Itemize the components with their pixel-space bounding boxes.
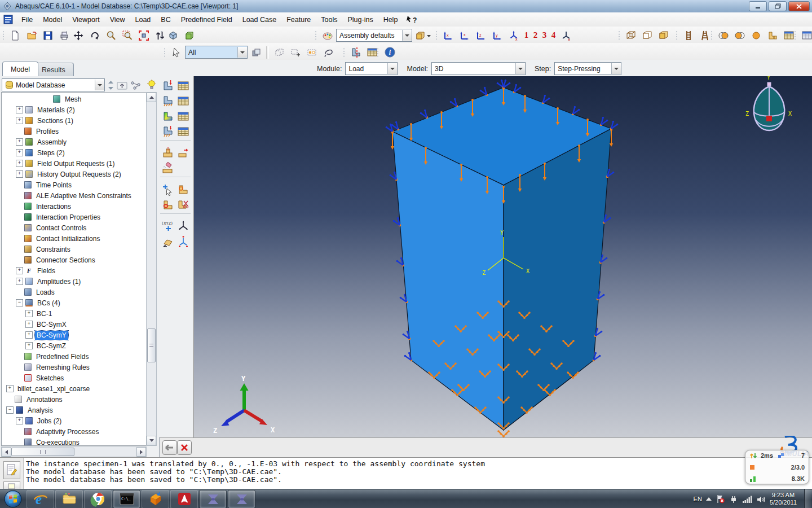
tree-item-bc-symy[interactable]: +BC-SymY (2, 330, 146, 340)
tree-item-adaptivity-processes[interactable]: Adaptivity Processes (2, 426, 146, 437)
visible-objects-button[interactable] (182, 28, 197, 43)
taskbar-ie-button[interactable]: e (27, 490, 54, 508)
view-3-button[interactable]: 3 (540, 30, 549, 40)
expand-toggle[interactable]: + (25, 321, 33, 328)
create-load-button[interactable] (160, 78, 175, 93)
volume-icon[interactable] (756, 495, 766, 503)
taskbar-explorer-button[interactable] (55, 490, 83, 508)
toolbar-grip[interactable] (676, 30, 678, 41)
spinner-icon[interactable] (107, 80, 114, 90)
collapse-toggle[interactable]: − (6, 406, 14, 414)
create-csys-axes-button[interactable] (175, 218, 191, 234)
tree-item-label[interactable]: billet_case1_xpl_coarse (16, 384, 91, 393)
rectangle-select-button[interactable] (288, 45, 303, 60)
menu-feature[interactable]: Feature (281, 14, 316, 25)
tree-item-label[interactable]: Amplitudes (1) (36, 277, 82, 286)
combo-caret[interactable] (611, 63, 621, 74)
tree-item-label[interactable]: Connector Sections (34, 256, 97, 265)
tree-item-fields[interactable]: +FFields (2, 265, 146, 276)
menu-viewport[interactable]: Viewport (67, 14, 104, 25)
taskbar-chrome-button[interactable] (84, 490, 112, 508)
tree-item-contact-initializations[interactable]: Contact Initializations (2, 233, 146, 244)
minimize-button[interactable] (749, 1, 767, 11)
tree-item-label[interactable]: Time Points (34, 181, 73, 190)
expand-toggle[interactable]: + (16, 138, 23, 146)
tree-item-constraints[interactable]: Constraints (2, 244, 146, 255)
tree-item-materials-2[interactable]: +Materials (2) (2, 104, 146, 115)
tree-item-label[interactable]: Interactions (34, 202, 73, 211)
tree-item-label[interactable]: Sketches (34, 374, 65, 383)
render-model-button[interactable] (165, 28, 181, 43)
query-info-button[interactable]: i (382, 45, 398, 60)
toolbar-grip[interactable] (618, 30, 620, 41)
select-from-all-button[interactable] (248, 45, 264, 60)
tree-item-ale-adaptive-mesh-constraints[interactable]: ALE Adaptive Mesh Constraints (2, 190, 146, 201)
tree-item-label[interactable]: BC-SymX (35, 320, 68, 329)
scroll-down-button[interactable] (147, 436, 156, 445)
expand-toggle[interactable]: + (16, 106, 23, 113)
custom-views-button[interactable] (558, 28, 574, 43)
tree-item-annotations[interactable]: Annotations (2, 394, 146, 405)
taskbar-clock[interactable]: 9:23 AM 5/20/2011 (770, 492, 797, 506)
tree-item-label[interactable]: Jobs (2) (36, 417, 63, 426)
tree-item-label[interactable]: Profiles (34, 127, 60, 136)
taskbar-cmd-button[interactable]: C:\_ (113, 490, 140, 508)
datum-point-button[interactable] (175, 182, 191, 197)
combo-caret[interactable] (387, 63, 397, 74)
trim-sketch-button[interactable] (175, 197, 191, 212)
tree-item-label[interactable]: Contact Controls (34, 224, 88, 233)
taskbar-orange-box-app-button[interactable] (142, 490, 169, 508)
viewport-canvas[interactable]: Y Z X Y Z X Y Z X (193, 76, 812, 437)
menu-load[interactable]: Load (130, 14, 156, 25)
close-button[interactable] (788, 1, 810, 11)
tree-item-field-output-requests-1[interactable]: +Field Output Requests (1) (2, 158, 146, 169)
model-tree[interactable]: Mesh+Materials (2)+Sections (1)Profiles+… (1, 92, 147, 446)
expand-toggle[interactable]: + (25, 310, 33, 317)
combo-caret[interactable] (95, 80, 104, 90)
scroll-right-button[interactable] (136, 447, 146, 457)
create-datum-csys-button[interactable]: (XYZ) (160, 218, 175, 234)
menu-plug-ins[interactable]: Plug-ins (342, 14, 378, 25)
tab-model[interactable]: Model (2, 62, 38, 76)
step-combobox[interactable]: Step-Pressing (554, 62, 621, 75)
menu-load-case[interactable]: Load Case (237, 14, 281, 25)
tree-item-bc-1[interactable]: +BC-1 (2, 308, 146, 319)
tree-item-label[interactable]: Interaction Properties (34, 213, 102, 222)
wireframe-render-button[interactable] (623, 28, 639, 43)
tree-item-steps-2[interactable]: +Steps (2) (2, 147, 146, 158)
tree-item-label[interactable]: Steps (2) (36, 148, 67, 157)
expand-toggle[interactable]: + (16, 267, 23, 274)
toolbar-grip[interactable] (435, 30, 438, 41)
toolbar-grip[interactable] (377, 47, 379, 58)
bc-manager-button[interactable] (175, 93, 191, 108)
tree-item-label[interactable]: Fields (36, 266, 57, 275)
taskbar-abaqus-2-button[interactable] (228, 490, 255, 508)
partition-cell-button[interactable] (160, 145, 175, 160)
load-manager-button[interactable] (175, 78, 191, 93)
expand-toggle[interactable]: + (16, 170, 23, 178)
previous-prompt-button[interactable] (162, 440, 177, 455)
tree-item-label[interactable]: Adaptivity Processes (34, 427, 100, 436)
tree-item-label[interactable]: Materials (2) (36, 106, 77, 115)
expand-toggle[interactable]: + (6, 385, 14, 392)
tree-item-label[interactable]: Predefined Fields (34, 352, 90, 361)
menu-tools[interactable]: Tools (316, 14, 342, 25)
action-center-flag-icon[interactable] (716, 494, 725, 503)
display-all-button[interactable] (748, 28, 764, 43)
predefined-field-manager-button[interactable] (175, 108, 191, 124)
tree-item-mesh[interactable]: Mesh (2, 94, 146, 104)
tree-item-label[interactable]: ALE Adaptive Mesh Constraints (34, 191, 133, 200)
create-bc-button[interactable] (160, 93, 175, 108)
replace-displayed-button[interactable] (716, 28, 731, 43)
tree-item-label[interactable]: Constraints (34, 245, 72, 254)
tree-item-label[interactable]: Assembly (36, 138, 68, 147)
menu-view[interactable]: View (105, 14, 130, 25)
expand-toggle[interactable]: + (16, 117, 23, 124)
tree-item-amplitudes-1[interactable]: +Amplitudes (1) (2, 276, 146, 287)
tree-item-sketches[interactable]: Sketches (2, 373, 146, 383)
combo-caret[interactable] (515, 63, 525, 74)
new-model-button[interactable] (7, 28, 23, 43)
load-case-manager-button[interactable] (175, 124, 191, 139)
tree-item-contact-controls[interactable]: Contact Controls (2, 222, 146, 233)
tree-item-bc-symz[interactable]: +BC-SymZ (2, 340, 146, 351)
